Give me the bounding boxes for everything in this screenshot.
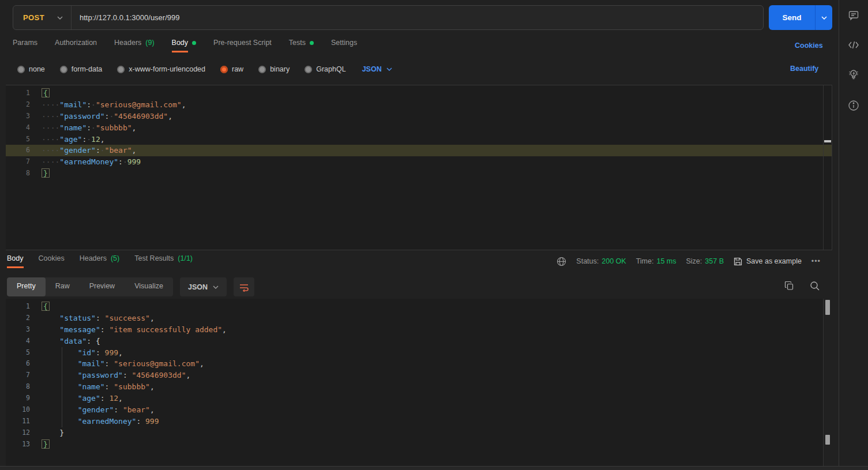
radio-icon xyxy=(258,66,266,73)
send-options-chevron-down-icon[interactable] xyxy=(816,5,832,30)
view-pretty[interactable]: Pretty xyxy=(7,277,46,296)
wrap-text-button[interactable] xyxy=(234,277,254,296)
scrollbar-track[interactable] xyxy=(823,85,832,250)
chevron-down-icon[interactable] xyxy=(57,16,63,20)
line-number: 3 xyxy=(6,324,30,336)
context-sidebar xyxy=(839,0,868,466)
tab-authorization[interactable]: Authorization xyxy=(55,39,97,52)
size-badge[interactable]: Size: 357 B xyxy=(686,257,724,265)
tab-response-headers[interactable]: Headers(5) xyxy=(80,254,120,268)
line-number: 10 xyxy=(6,404,30,416)
request-body-editor[interactable]: 1{2····"mail":·"serious@gmail.com",3····… xyxy=(6,85,832,250)
scrollbar-thumb[interactable] xyxy=(825,300,830,315)
code-text: ····"age":·12, xyxy=(30,134,105,145)
view-visualize[interactable]: Visualize xyxy=(125,277,173,296)
tab-params[interactable]: Params xyxy=(13,39,37,52)
line-number: 13 xyxy=(6,439,30,450)
line-number: 6 xyxy=(6,358,30,370)
body-type-graphql[interactable]: GraphQL xyxy=(305,65,345,73)
search-icon[interactable] xyxy=(810,281,820,291)
response-headers-count: (5) xyxy=(111,254,119,268)
code-line[interactable]: 1{ xyxy=(6,88,832,99)
response-body-editor[interactable]: 1{2 "status": "succeess",3 "message": "i… xyxy=(6,299,824,466)
code-text: { xyxy=(30,301,50,313)
response-format-select[interactable]: JSON xyxy=(180,277,227,296)
send-button-label[interactable]: Send xyxy=(769,5,815,30)
cookies-link[interactable]: Cookies xyxy=(795,42,823,50)
more-options-icon[interactable]: ••• xyxy=(811,257,821,265)
code-line[interactable]: 8} xyxy=(6,168,832,179)
code-icon[interactable] xyxy=(848,40,859,50)
line-number: 7 xyxy=(6,370,30,381)
body-type-form-data[interactable]: form-data xyxy=(60,65,103,73)
view-preview[interactable]: Preview xyxy=(80,277,125,296)
body-format-select[interactable]: JSON xyxy=(362,65,392,73)
tab-body[interactable]: Body xyxy=(172,39,197,52)
scrollbar-thumb[interactable] xyxy=(824,140,831,142)
view-raw[interactable]: Raw xyxy=(46,277,80,296)
body-type-none[interactable]: none xyxy=(17,65,45,73)
info-icon[interactable] xyxy=(848,100,859,111)
code-line[interactable]: 11 "earnedMoney": 999 xyxy=(6,416,823,427)
code-text: "name": "subbbb", xyxy=(30,381,155,393)
code-line[interactable]: 9 "age": 12, xyxy=(6,393,823,404)
body-type-raw[interactable]: raw xyxy=(220,65,243,73)
line-number: 8 xyxy=(6,168,30,179)
scrollbar-thumb[interactable] xyxy=(825,435,830,445)
tab-tests[interactable]: Tests xyxy=(289,39,314,52)
line-number: 12 xyxy=(6,427,30,439)
chevron-down-icon xyxy=(213,285,219,289)
code-text: { xyxy=(30,88,50,99)
tab-test-results[interactable]: Test Results(1/1) xyxy=(134,254,193,268)
code-text: ····"mail":·"serious@gmail.com", xyxy=(30,99,186,111)
code-text: "status": "succeess", xyxy=(30,313,155,324)
tab-settings[interactable]: Settings xyxy=(331,39,357,52)
tab-response-cookies[interactable]: Cookies xyxy=(39,254,65,268)
indent-guide xyxy=(62,347,62,427)
send-button[interactable]: Send xyxy=(769,5,832,30)
line-number: 5 xyxy=(6,134,30,145)
status-badge[interactable]: Status: 200 OK xyxy=(576,257,626,265)
code-text: ····"name":·"subbbb", xyxy=(30,122,136,134)
code-line[interactable]: 2 "status": "succeess", xyxy=(6,313,823,324)
code-line[interactable]: 2····"mail":·"serious@gmail.com", xyxy=(6,99,832,111)
beautify-link[interactable]: Beautify xyxy=(790,65,818,73)
code-line[interactable]: 6 "mail": "serious@gmail.com", xyxy=(6,358,823,370)
line-number: 5 xyxy=(6,347,30,359)
body-type-x-www-form-urlencoded[interactable]: x-www-form-urlencoded xyxy=(117,65,205,73)
globe-icon[interactable] xyxy=(557,257,566,266)
code-line[interactable]: 10 "gender": "bear", xyxy=(6,404,823,416)
comment-icon[interactable] xyxy=(848,10,859,21)
code-line[interactable]: 1{ xyxy=(6,301,823,313)
lightbulb-icon[interactable] xyxy=(847,69,860,81)
response-view-toolbar: Pretty Raw Preview Visualize JSON xyxy=(7,277,254,296)
code-line[interactable]: 5····"age":·12, xyxy=(6,134,832,145)
time-badge[interactable]: Time: 15 ms xyxy=(636,257,677,265)
test-results-count: (1/1) xyxy=(178,254,193,268)
code-line[interactable]: 13} xyxy=(6,439,823,450)
code-line[interactable]: 8 "name": "subbbb", xyxy=(6,381,823,393)
code-line[interactable]: 3 "message": "item successfully added", xyxy=(6,324,823,336)
radio-icon xyxy=(305,66,312,73)
code-line[interactable]: 7 "password": "45646903dd", xyxy=(6,370,823,381)
tab-pre-request-script[interactable]: Pre-request Script xyxy=(213,39,272,52)
code-line[interactable]: 3····"password":·"45646903dd", xyxy=(6,111,832,122)
method-selector[interactable]: POST xyxy=(13,13,44,22)
request-tabs: Params Authorization Headers(9) Body Pre… xyxy=(13,39,357,52)
body-type-row: none form-data x-www-form-urlencoded raw… xyxy=(17,63,392,75)
code-line[interactable]: 6····"gender":·"bear", xyxy=(6,145,832,156)
save-as-example-button[interactable]: Save as example xyxy=(734,257,802,266)
code-text: "id": 999, xyxy=(30,347,123,359)
copy-icon[interactable] xyxy=(784,281,794,291)
code-line[interactable]: 4 "data": { xyxy=(6,336,823,347)
code-line[interactable]: 4····"name":·"subbbb", xyxy=(6,122,832,134)
code-line[interactable]: 5 "id": 999, xyxy=(6,347,823,359)
tab-headers[interactable]: Headers(9) xyxy=(114,39,155,52)
url-input[interactable]: http://127.0.0.1:3000/user/999 xyxy=(72,13,179,22)
body-type-binary[interactable]: binary xyxy=(258,65,290,73)
green-dot-icon xyxy=(310,41,314,45)
tab-response-body[interactable]: Body xyxy=(7,254,24,268)
line-number: 4 xyxy=(6,122,30,134)
code-line[interactable]: 7····"earnedMoney":·999 xyxy=(6,156,832,168)
code-line[interactable]: 12 } xyxy=(6,427,823,439)
